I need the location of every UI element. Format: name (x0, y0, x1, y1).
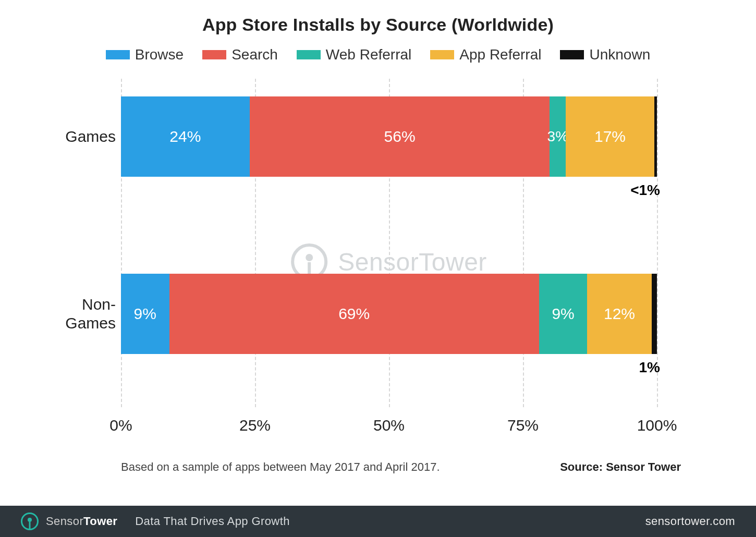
brand-name-bold: Tower (83, 515, 117, 528)
legend-label: Unknown (589, 46, 650, 63)
swatch-icon (430, 50, 454, 59)
swatch-icon (202, 50, 226, 59)
segment-label: 9% (552, 305, 574, 323)
y-category-label: Games (38, 127, 116, 146)
legend-label: Browse (135, 46, 184, 63)
segment-app-referral: 12% (587, 274, 651, 354)
gridline (657, 79, 658, 407)
legend-item-browse: Browse (106, 46, 184, 63)
chart-title: App Store Installs by Source (Worldwide) (38, 15, 718, 35)
segment-web-referral: 3% (550, 96, 566, 177)
sensortower-logo-icon (21, 512, 39, 530)
y-category-label: Non-Games (38, 295, 116, 333)
legend-label: Search (231, 46, 278, 63)
stacked-bar: 9% 69% 9% 12% (121, 274, 657, 354)
site-url: sensortower.com (645, 515, 735, 528)
segment-unknown (652, 274, 657, 354)
legend: Browse Search Web Referral App Referral … (38, 46, 718, 63)
bar-row-games: Games 24% 56% 3% 17% <1% (121, 96, 657, 177)
footnote-source: Source: Sensor Tower (560, 460, 681, 474)
segment-label: 3% (547, 128, 568, 145)
footnote-sample: Based on a sample of apps between May 20… (121, 460, 440, 474)
segment-label: 24% (169, 128, 201, 145)
brand-name-thin: Sensor (46, 515, 83, 528)
legend-item-app-referral: App Referral (430, 46, 541, 63)
segment-label: 69% (338, 305, 370, 323)
x-tick: 25% (239, 417, 271, 434)
legend-label: Web Referral (326, 46, 411, 63)
footnotes: Based on a sample of apps between May 20… (121, 460, 681, 474)
segment-label: 9% (134, 305, 156, 323)
segment-browse: 24% (121, 96, 250, 177)
x-tick: 50% (373, 417, 405, 434)
x-tick: 75% (507, 417, 539, 434)
segment-label: 56% (384, 128, 416, 145)
stacked-bar: 24% 56% 3% 17% (121, 96, 657, 177)
x-tick: 0% (109, 417, 132, 434)
swatch-icon (560, 50, 584, 59)
segment-label-unknown: <1% (630, 182, 660, 199)
tagline: Data That Drives App Growth (135, 515, 290, 528)
segment-unknown (654, 96, 657, 177)
chart-container: App Store Installs by Source (Worldwide)… (38, 0, 718, 474)
swatch-icon (106, 50, 130, 59)
segment-label-unknown: 1% (639, 359, 660, 376)
legend-item-unknown: Unknown (560, 46, 650, 63)
legend-item-search: Search (202, 46, 278, 63)
legend-label: App Referral (459, 46, 541, 63)
segment-browse: 9% (121, 274, 169, 354)
x-tick: 100% (637, 417, 677, 434)
legend-item-web-referral: Web Referral (297, 46, 411, 63)
swatch-icon (297, 50, 321, 59)
segment-search: 56% (250, 96, 550, 177)
x-axis: 0% 25% 50% 75% 100% (121, 417, 657, 448)
segment-label: 12% (604, 305, 635, 323)
segment-search: 69% (169, 274, 539, 354)
brand-name: SensorTower (46, 515, 117, 528)
watermark-text: SensorTower (338, 248, 487, 276)
bottom-bar: SensorTower Data That Drives App Growth … (0, 506, 756, 537)
segment-label: 17% (594, 128, 626, 145)
segment-web-referral: 9% (539, 274, 588, 354)
bar-row-non-games: Non-Games 9% 69% 9% 12% 1% (121, 274, 657, 354)
segment-app-referral: 17% (566, 96, 654, 177)
brand: SensorTower Data That Drives App Growth (21, 512, 290, 530)
plot-area: SensorTower Games 24% 56% 3% 17% <1% Non… (121, 79, 657, 407)
